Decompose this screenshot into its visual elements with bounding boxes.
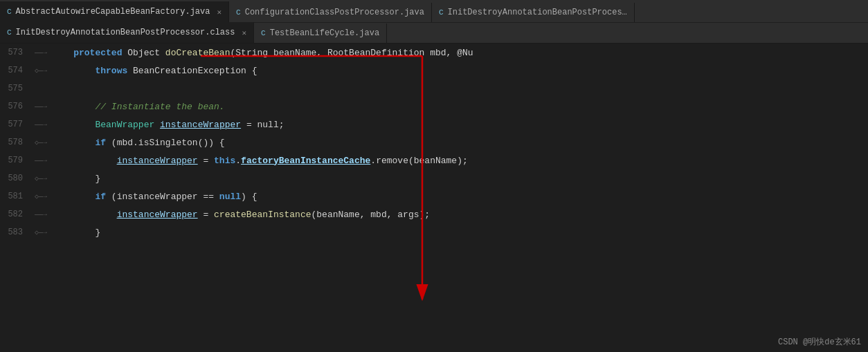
- tab-icon-4: C: [7, 28, 12, 37]
- code-line-580: 580 ◇—→ }: [0, 169, 868, 187]
- code-line-573: 573 ——→ protected Object doCreateBean(St…: [0, 44, 868, 62]
- code-line-575: 575: [0, 80, 868, 98]
- line-num-581: 581: [0, 192, 31, 201]
- tab-icon-5: C: [261, 29, 266, 37]
- line-content-573: protected Object doCreateBean(String bea…: [51, 48, 868, 58]
- code-line-581: 581 ◇—→ if (instanceWrapper == null) {: [0, 187, 868, 205]
- line-num-575: 575: [0, 84, 31, 93]
- gutter-574: ◇—→: [31, 66, 51, 75]
- gutter-578: ◇—→: [31, 138, 51, 147]
- line-content-578: if (mbd.isSingleton()) {: [51, 138, 868, 148]
- gutter-577: ——→: [31, 121, 51, 129]
- tab-label-3: InitDestroyAnnotationBeanPostProces…: [448, 8, 627, 17]
- line-num-583: 583: [0, 228, 31, 237]
- gutter-582: ——→: [31, 211, 51, 219]
- code-line-574: 574 ◇—→ throws BeanCreationException {: [0, 62, 868, 80]
- tab-label-2: ConfigurationClassPostProcessor.java: [245, 8, 424, 17]
- line-num-573: 573: [0, 48, 31, 57]
- tab-label-4: InitDestroyAnnotationBeanPostProcessor.c…: [16, 28, 235, 37]
- code-line-577: 577 ——→ BeanWrapper instanceWrapper = nu…: [0, 115, 868, 133]
- tab-config-post[interactable]: C ConfigurationClassPostProcessor.java: [229, 3, 432, 22]
- gutter-583: ◇—→: [31, 228, 51, 237]
- tab-label-1: AbstractAutowireCapableBeanFactory.java: [16, 7, 210, 17]
- line-num-576: 576: [0, 102, 31, 111]
- line-content-583: }: [51, 228, 868, 238]
- tab-bar-second: C InitDestroyAnnotationBeanPostProcessor…: [0, 23, 868, 44]
- tab-bar-top: C AbstractAutowireCapableBeanFactory.jav…: [0, 0, 868, 23]
- line-num-578: 578: [0, 138, 31, 147]
- line-content-582: instanceWrapper = createBeanInstance(bea…: [51, 210, 868, 220]
- gutter-576: ——→: [31, 103, 51, 111]
- code-area: 573 ——→ protected Object doCreateBean(St…: [0, 44, 868, 352]
- tab-icon-3: C: [439, 8, 444, 17]
- line-content-574: throws BeanCreationException {: [51, 66, 868, 76]
- line-num-574: 574: [0, 66, 31, 75]
- tab-label-5: TestBeanLifeCycle.java: [270, 28, 379, 38]
- code-line-578: 578 ◇—→ if (mbd.isSingleton()) {: [0, 133, 868, 151]
- line-num-579: 579: [0, 156, 31, 165]
- line-num-577: 577: [0, 120, 31, 129]
- tab-init-destroy-top[interactable]: C InitDestroyAnnotationBeanPostProces…: [432, 3, 635, 22]
- code-line-576: 576 ——→ // Instantiate the bean.: [0, 98, 868, 115]
- line-content-575: [51, 84, 868, 94]
- line-content-576: // Instantiate the bean.: [51, 102, 868, 112]
- line-num-582: 582: [0, 210, 31, 219]
- watermark: CSDN @明快de玄米61: [778, 336, 861, 348]
- line-content-577: BeanWrapper instanceWrapper = null;: [51, 120, 868, 130]
- tab-icon-1: C: [7, 8, 12, 16]
- line-content-579: instanceWrapper = this.factoryBeanInstan…: [51, 156, 868, 166]
- code-line-583: 583 ◇—→ }: [0, 223, 868, 241]
- tab-icon-2: C: [236, 8, 241, 17]
- gutter-581: ◇—→: [31, 192, 51, 201]
- tab-test-lifecycle[interactable]: C TestBeanLifeCycle.java: [254, 24, 387, 43]
- tab-init-destroy-class[interactable]: C InitDestroyAnnotationBeanPostProcessor…: [0, 22, 254, 43]
- code-line-582: 582 ——→ instanceWrapper = createBeanInst…: [0, 205, 868, 223]
- tab-close-1[interactable]: ✕: [217, 8, 221, 17]
- line-num-580: 580: [0, 174, 31, 183]
- gutter-580: ◇—→: [31, 174, 51, 183]
- gutter-573: ——→: [31, 49, 51, 57]
- gutter-579: ——→: [31, 157, 51, 165]
- code-line-579: 579 ——→ instanceWrapper = this.factoryBe…: [0, 151, 868, 169]
- line-content-580: }: [51, 174, 868, 184]
- tab-abstract-factory[interactable]: C AbstractAutowireCapableBeanFactory.jav…: [0, 1, 229, 22]
- line-content-581: if (instanceWrapper == null) {: [51, 192, 868, 202]
- tab-close-4[interactable]: ✕: [242, 28, 246, 37]
